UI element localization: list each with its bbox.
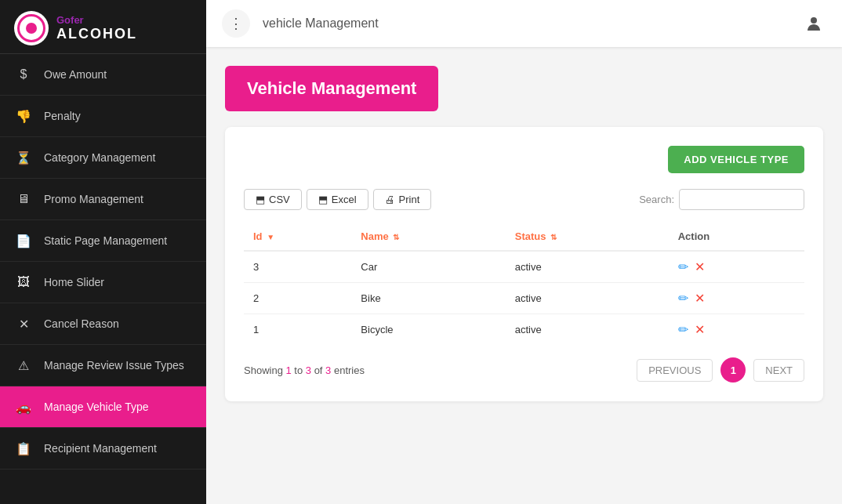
vehicle-icon: 🚗 (14, 397, 33, 416)
filter-icon: ⏳ (14, 148, 33, 167)
sort-arrow-name: ⇅ (393, 233, 399, 241)
sidebar-item-home-slider[interactable]: 🖼 Home Slider (0, 262, 206, 303)
cell-id: 3 (244, 251, 351, 283)
print-icon: 🖨 (385, 194, 395, 205)
cell-action: ✏ ✕ (669, 283, 804, 314)
recipient-icon: 📋 (14, 439, 33, 458)
cell-name: Car (351, 251, 505, 283)
svg-point-0 (811, 17, 817, 24)
sidebar-item-label: Owe Amount (44, 67, 107, 82)
page-icon: 📄 (14, 231, 33, 250)
edit-button[interactable]: ✏ (678, 322, 688, 337)
col-id[interactable]: Id ▼ (244, 223, 351, 251)
vehicle-table: Id ▼ Name ⇅ Status ⇅ Action (244, 223, 804, 345)
table-toolbar: ⬒ CSV ⬒ Excel 🖨 Print Search: (244, 189, 804, 210)
delete-button[interactable]: ✕ (695, 322, 705, 337)
next-button[interactable]: NEXT (753, 359, 804, 382)
search-label: Search: (639, 194, 674, 205)
cell-id: 2 (244, 283, 351, 314)
current-page[interactable]: 1 (720, 357, 746, 383)
print-button[interactable]: 🖨 Print (373, 189, 432, 210)
sidebar: Gofer ALCOHOL $ Owe Amount 👎 Penalty ⏳ C… (0, 0, 206, 504)
previous-button[interactable]: PREVIOUS (637, 359, 713, 382)
sidebar-item-penalty[interactable]: 👎 Penalty (0, 96, 206, 137)
content-area: Vehicle Management ADD VEHICLE TYPE ⬒ CS… (206, 47, 842, 504)
sidebar-item-label: Recipient Management (44, 441, 157, 455)
warning-icon: ⚠ (14, 356, 33, 375)
table-row: 2 Bike active ✏ ✕ (244, 283, 804, 314)
sidebar-item-static-page-management[interactable]: 📄 Static Page Management (0, 220, 206, 262)
sidebar-logo: Gofer ALCOHOL (0, 0, 206, 54)
user-icon[interactable] (801, 11, 826, 36)
sidebar-item-label: Cancel Reason (44, 317, 119, 331)
cell-status: active (506, 251, 669, 283)
delete-button[interactable]: ✕ (695, 259, 705, 274)
promo-icon: 🖥 (14, 190, 33, 208)
table-body: 3 Car active ✏ ✕ 2 Bike active ✏ ✕ 1 Bic… (244, 251, 804, 345)
search-wrap: Search: (639, 189, 804, 210)
table-row: 3 Car active ✏ ✕ (244, 251, 804, 283)
delete-button[interactable]: ✕ (695, 291, 705, 306)
sidebar-item-label: Manage Review Issue Types (44, 358, 184, 372)
excel-button[interactable]: ⬒ Excel (307, 189, 368, 210)
table-head: Id ▼ Name ⇅ Status ⇅ Action (244, 223, 804, 251)
cell-status: active (506, 283, 669, 314)
sidebar-item-label: Category Management (44, 150, 155, 165)
logo-alcohol: ALCOHOL (56, 26, 137, 42)
logo-gofer: Gofer (56, 14, 137, 26)
sidebar-item-cancel-reason[interactable]: ✕ Cancel Reason (0, 303, 206, 345)
cell-name: Bike (351, 283, 505, 314)
main-card: ADD VEHICLE TYPE ⬒ CSV ⬒ Excel 🖨 Print (225, 127, 823, 401)
logo-text: Gofer ALCOHOL (56, 14, 137, 42)
topbar: ⋮ vehicle Management (206, 0, 842, 47)
table-footer: Showing 1 to 3 of 3 entries PREVIOUS 1 N… (244, 357, 804, 383)
export-buttons: ⬒ CSV ⬒ Excel 🖨 Print (244, 189, 431, 210)
sidebar-item-label: Home Slider (44, 275, 104, 289)
csv-icon: ⬒ (256, 194, 265, 205)
logo-icon (14, 11, 49, 45)
topbar-title: vehicle Management (263, 16, 789, 31)
cell-status: active (506, 314, 669, 346)
cell-action: ✏ ✕ (669, 314, 804, 346)
thumbs-down-icon: 👎 (14, 107, 33, 125)
slider-icon: 🖼 (14, 273, 33, 292)
sidebar-item-label: Static Page Management (44, 234, 167, 248)
col-name[interactable]: Name ⇅ (351, 223, 505, 251)
table-row: 1 Bicycle active ✏ ✕ (244, 314, 804, 346)
cancel-icon: ✕ (14, 314, 33, 333)
dollar-icon: $ (14, 65, 33, 84)
sidebar-item-category-management[interactable]: ⏳ Category Management (0, 137, 206, 179)
sort-arrow-id: ▼ (267, 233, 274, 241)
edit-button[interactable]: ✏ (678, 259, 688, 274)
excel-icon: ⬒ (318, 194, 328, 205)
pagination: PREVIOUS 1 NEXT (637, 357, 804, 383)
sidebar-item-owe-amount[interactable]: $ Owe Amount (0, 54, 206, 96)
cell-action: ✏ ✕ (669, 251, 804, 283)
menu-dots-button[interactable]: ⋮ (222, 9, 250, 38)
csv-button[interactable]: ⬒ CSV (244, 189, 302, 210)
edit-button[interactable]: ✏ (678, 291, 688, 306)
sidebar-item-promo-management[interactable]: 🖥 Promo Management (0, 179, 206, 220)
sidebar-item-label: Penalty (44, 109, 81, 123)
col-status[interactable]: Status ⇅ (506, 223, 669, 251)
page-heading: Vehicle Management (225, 66, 438, 111)
sidebar-item-recipient-management[interactable]: 📋 Recipient Management (0, 428, 206, 470)
sidebar-item-label: Promo Management (44, 192, 143, 206)
sidebar-item-manage-review-issue-types[interactable]: ⚠ Manage Review Issue Types (0, 345, 206, 386)
cell-name: Bicycle (351, 314, 505, 346)
sidebar-item-label: Manage Vehicle Type (44, 400, 149, 414)
col-action: Action (669, 223, 804, 251)
search-input[interactable] (679, 189, 804, 210)
cell-id: 1 (244, 314, 351, 346)
sidebar-item-manage-vehicle-type[interactable]: 🚗 Manage Vehicle Type (0, 386, 206, 428)
main-area: ⋮ vehicle Management Vehicle Management … (206, 0, 842, 504)
sort-arrow-status: ⇅ (550, 233, 557, 241)
showing-text: Showing 1 to 3 of 3 entries (244, 364, 365, 376)
add-vehicle-type-button[interactable]: ADD VEHICLE TYPE (668, 146, 804, 173)
